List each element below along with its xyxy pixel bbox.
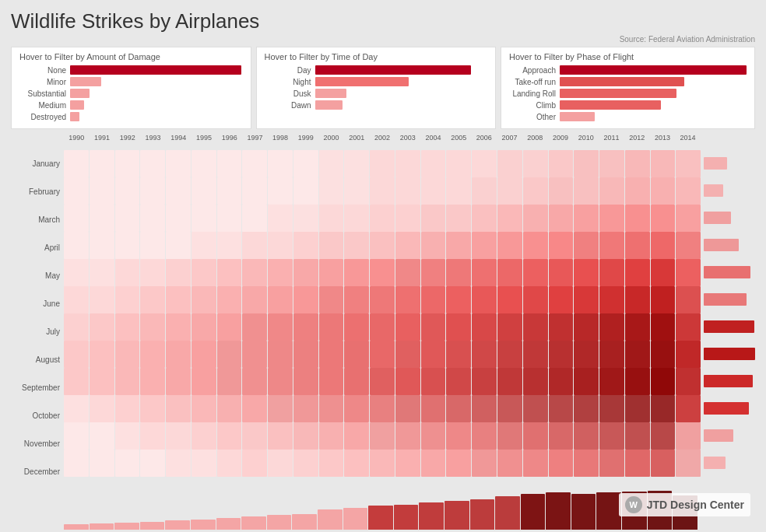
heatmap-cell[interactable] xyxy=(64,313,89,341)
heatmap-cell[interactable] xyxy=(192,286,216,313)
heatmap-cell[interactable] xyxy=(574,313,599,341)
heatmap-cell[interactable] xyxy=(140,205,165,232)
heatmap-cell[interactable] xyxy=(344,232,369,259)
heatmap-cell[interactable] xyxy=(523,205,548,232)
heatmap-cell[interactable] xyxy=(599,205,624,232)
heatmap-cell[interactable] xyxy=(599,232,624,259)
heatmap-cell[interactable] xyxy=(446,205,471,232)
heatmap-cell[interactable] xyxy=(217,395,242,422)
heatmap-cell[interactable] xyxy=(90,150,114,177)
heatmap-cell[interactable] xyxy=(344,368,369,395)
heatmap-cell[interactable] xyxy=(497,259,522,286)
heatmap-cell[interactable] xyxy=(344,395,369,422)
heatmap-cell[interactable] xyxy=(446,368,471,395)
heatmap-cell[interactable] xyxy=(64,150,89,177)
heatmap-cell[interactable] xyxy=(446,341,471,368)
filter-item[interactable]: Day xyxy=(265,65,488,75)
heatmap-cell[interactable] xyxy=(523,395,548,422)
heatmap-cell[interactable] xyxy=(472,232,497,259)
filter-item[interactable]: None xyxy=(19,65,243,75)
heatmap-cell[interactable] xyxy=(344,150,369,177)
heatmap-cell[interactable] xyxy=(651,368,676,395)
heatmap-cell[interactable] xyxy=(115,395,140,422)
heatmap-cell[interactable] xyxy=(599,259,624,286)
heatmap-cell[interactable] xyxy=(140,286,165,313)
heatmap-cell[interactable] xyxy=(421,395,446,422)
heatmap-cell[interactable] xyxy=(217,205,242,232)
heatmap-cell[interactable] xyxy=(625,177,650,205)
heatmap-cell[interactable] xyxy=(268,395,293,422)
heatmap-cell[interactable] xyxy=(395,205,420,232)
heatmap-cell[interactable] xyxy=(90,177,114,205)
heatmap-cell[interactable] xyxy=(115,286,140,313)
heatmap-cell[interactable] xyxy=(497,232,522,259)
heatmap-cell[interactable] xyxy=(242,286,267,313)
heatmap-cell[interactable] xyxy=(625,341,650,368)
filter-item[interactable]: Climb xyxy=(509,100,747,110)
heatmap-cell[interactable] xyxy=(319,150,344,177)
heatmap-cell[interactable] xyxy=(115,177,140,205)
heatmap-cell[interactable] xyxy=(64,232,89,259)
heatmap-cell[interactable] xyxy=(90,341,114,368)
heatmap-cell[interactable] xyxy=(192,177,216,205)
heatmap-cell[interactable] xyxy=(344,286,369,313)
heatmap-cell[interactable] xyxy=(319,313,344,341)
heatmap-cell[interactable] xyxy=(497,150,522,177)
heatmap-cell[interactable] xyxy=(446,259,471,286)
heatmap-cell[interactable] xyxy=(574,450,599,477)
heatmap-cell[interactable] xyxy=(217,368,242,395)
heatmap-cell[interactable] xyxy=(64,259,89,286)
heatmap-cell[interactable] xyxy=(446,177,471,205)
heatmap-cell[interactable] xyxy=(625,368,650,395)
heatmap-cell[interactable] xyxy=(472,422,497,450)
heatmap-cell[interactable] xyxy=(395,341,420,368)
heatmap-cell[interactable] xyxy=(599,313,624,341)
heatmap-cell[interactable] xyxy=(64,450,89,477)
heatmap-cell[interactable] xyxy=(242,368,267,395)
heatmap-cell[interactable] xyxy=(574,286,599,313)
heatmap-cell[interactable] xyxy=(625,205,650,232)
heatmap-cell[interactable] xyxy=(446,232,471,259)
heatmap-cell[interactable] xyxy=(293,205,318,232)
heatmap-cell[interactable] xyxy=(651,395,676,422)
heatmap-cell[interactable] xyxy=(64,205,89,232)
heatmap-cell[interactable] xyxy=(192,259,216,286)
heatmap-cell[interactable] xyxy=(574,205,599,232)
heatmap-cell[interactable] xyxy=(293,450,318,477)
heatmap-cell[interactable] xyxy=(268,313,293,341)
heatmap-cell[interactable] xyxy=(599,177,624,205)
heatmap-cell[interactable] xyxy=(293,422,318,450)
heatmap-cell[interactable] xyxy=(90,286,114,313)
heatmap-cell[interactable] xyxy=(319,259,344,286)
heatmap-cell[interactable] xyxy=(472,368,497,395)
heatmap-cell[interactable] xyxy=(599,395,624,422)
heatmap-cell[interactable] xyxy=(166,368,191,395)
heatmap-cell[interactable] xyxy=(217,313,242,341)
heatmap-cell[interactable] xyxy=(599,286,624,313)
heatmap-cell[interactable] xyxy=(90,232,114,259)
heatmap-cell[interactable] xyxy=(395,286,420,313)
heatmap-cell[interactable] xyxy=(651,150,676,177)
heatmap-cell[interactable] xyxy=(625,450,650,477)
heatmap-cell[interactable] xyxy=(599,341,624,368)
heatmap-cell[interactable] xyxy=(166,286,191,313)
heatmap-cell[interactable] xyxy=(242,313,267,341)
heatmap-cell[interactable] xyxy=(166,313,191,341)
heatmap-cell[interactable] xyxy=(523,313,548,341)
heatmap-cell[interactable] xyxy=(395,395,420,422)
heatmap-cell[interactable] xyxy=(421,232,446,259)
heatmap-cell[interactable] xyxy=(421,286,446,313)
heatmap-cell[interactable] xyxy=(242,150,267,177)
heatmap-cell[interactable] xyxy=(140,150,165,177)
heatmap-cell[interactable] xyxy=(319,286,344,313)
heatmap-cell[interactable] xyxy=(166,232,191,259)
heatmap-cell[interactable] xyxy=(395,259,420,286)
heatmap-cell[interactable] xyxy=(472,313,497,341)
heatmap-cell[interactable] xyxy=(446,422,471,450)
heatmap-cell[interactable] xyxy=(676,286,701,313)
heatmap-cell[interactable] xyxy=(344,259,369,286)
heatmap-cell[interactable] xyxy=(319,177,344,205)
heatmap-cell[interactable] xyxy=(625,313,650,341)
heatmap-cell[interactable] xyxy=(651,450,676,477)
heatmap-cell[interactable] xyxy=(497,368,522,395)
